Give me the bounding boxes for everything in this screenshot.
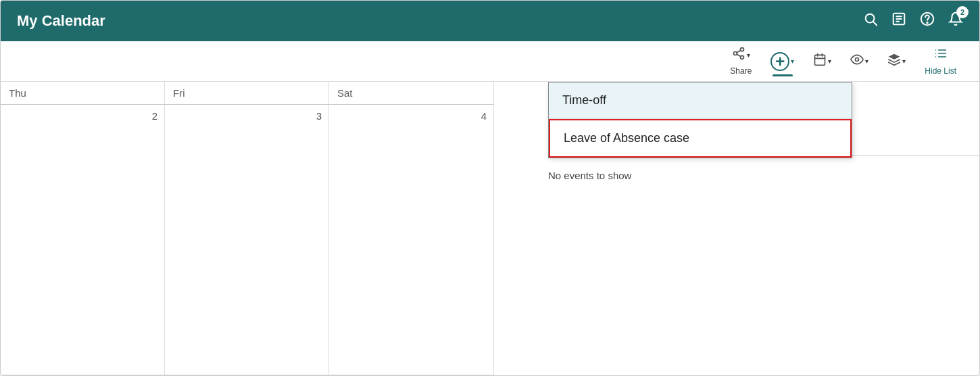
calendar-day-headers: Thu Fri Sat [1, 82, 493, 105]
calendar-grid: 2 3 4 [1, 105, 493, 375]
hide-list-button[interactable]: Hide List [918, 44, 963, 78]
share-button[interactable]: ▾ Share [723, 44, 758, 78]
help-icon[interactable] [920, 11, 935, 30]
app-title: My Calendar [17, 12, 863, 30]
calendar-cell-fri: 3 [165, 105, 329, 375]
cell-date-sat: 4 [336, 110, 487, 122]
dropdown-item-timeoff[interactable]: Time-off [549, 83, 852, 119]
visibility-button[interactable]: ▾ [843, 50, 875, 72]
svg-line-11 [737, 54, 741, 56]
top-bar-icons: 2 [863, 11, 963, 30]
main-content: Thu Fri Sat 2 3 4 Time-off Leave [1, 82, 979, 375]
no-events-label: No events to show [548, 170, 631, 181]
svg-marker-18 [889, 54, 900, 60]
new-button[interactable]: + ▾ [764, 49, 801, 74]
svg-point-17 [856, 58, 859, 62]
layers-icon [887, 53, 901, 70]
layers-chevron: ▾ [902, 57, 906, 65]
calendar-icon [813, 53, 827, 70]
calendar-cell-thu: 2 [1, 105, 165, 375]
calendar-cell-sat: 4 [329, 105, 493, 375]
share-chevron: ▾ [747, 51, 750, 59]
notification-count: 2 [956, 6, 969, 18]
calendar-view-chevron: ▾ [828, 57, 831, 65]
svg-point-7 [927, 22, 927, 23]
top-bar: My Calendar [1, 1, 979, 41]
add-icon: + [770, 52, 789, 71]
cell-date-fri: 3 [172, 110, 322, 122]
bell-icon[interactable]: 2 [948, 11, 963, 30]
svg-line-1 [873, 22, 877, 25]
right-panel: Time-off Leave of Absence case No events… [494, 82, 979, 375]
cell-date-thu: 2 [7, 110, 157, 122]
visibility-chevron: ▾ [865, 57, 868, 65]
hide-list-label: Hide List [925, 66, 956, 76]
calendar-view-button[interactable]: ▾ [806, 50, 838, 72]
eye-icon [850, 53, 864, 70]
panel-divider [852, 155, 979, 156]
search-icon[interactable] [863, 11, 878, 30]
share-label: Share [730, 66, 752, 76]
add-chevron: ▾ [791, 57, 794, 65]
bookmark-icon[interactable] [891, 11, 906, 30]
svg-rect-13 [815, 55, 825, 65]
toolbar: ▾ Share + ▾ [1, 41, 979, 82]
day-header-thu: Thu [1, 82, 165, 104]
svg-line-12 [737, 50, 741, 52]
day-header-sat: Sat [329, 82, 493, 104]
app-window: My Calendar [0, 0, 980, 376]
day-header-fri: Fri [165, 82, 329, 104]
layers-button[interactable]: ▾ [881, 50, 912, 72]
calendar-area: Thu Fri Sat 2 3 4 [1, 82, 494, 375]
new-item-dropdown: Time-off Leave of Absence case [548, 82, 852, 158]
share-icon [732, 47, 745, 64]
hide-list-icon [934, 47, 948, 64]
dropdown-item-loa[interactable]: Leave of Absence case [549, 119, 852, 158]
